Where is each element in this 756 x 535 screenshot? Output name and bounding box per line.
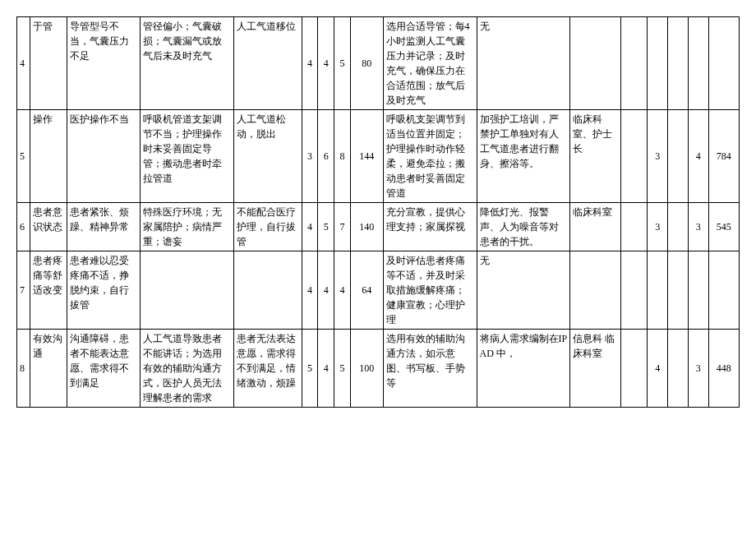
rpn2 xyxy=(708,17,739,110)
table-row: 8有效沟通沟通障碍，患者不能表达意愿、需求得不到满足人工气道导致患者不能讲话；为… xyxy=(17,330,740,408)
severity2 xyxy=(648,251,668,330)
detection2: 3 xyxy=(688,203,708,251)
rpn: 100 xyxy=(351,330,384,408)
row-index: 7 xyxy=(17,251,30,330)
potential-effect: 患者无法表达意愿，需求得不到满足，情绪激动，烦躁 xyxy=(233,330,302,408)
potential-cause: 人工气道导致患者不能讲话；为选用有效的辅助沟通方式，医护人员无法理解患者的需求 xyxy=(140,330,233,408)
row-index: 5 xyxy=(17,110,30,203)
detection2: 4 xyxy=(688,110,708,203)
rpn: 64 xyxy=(351,251,384,330)
detection2 xyxy=(688,251,708,330)
responsible-dept: 临床科室 xyxy=(570,203,621,251)
detection: 5 xyxy=(334,17,351,110)
potential-cause: 特殊医疗环境；无家属陪护；病情严重；谵妄 xyxy=(140,203,233,251)
occurrence: 6 xyxy=(318,110,334,203)
table-row: 7患者疼痛等舒适改变患者难以忍受疼痛不适，挣脱约束，自行拔管44464及时评估患… xyxy=(17,251,740,330)
occurrence: 4 xyxy=(318,17,334,110)
potential-cause: 呼吸机管道支架调节不当；护理操作时未妥善固定导管；搬动患者时牵拉管道 xyxy=(140,110,233,203)
failure-mode: 患者难以忍受疼痛不适，挣脱约束，自行拔管 xyxy=(67,251,140,330)
severity: 5 xyxy=(302,330,318,408)
severity: 4 xyxy=(302,251,318,330)
table-row: 6患者意识状态患者紧张、烦躁、精神异常特殊医疗环境；无家属陪护；病情严重；谵妄不… xyxy=(17,203,740,251)
occurrence: 5 xyxy=(318,203,334,251)
recommended-action: 及时评估患者疼痛等不适，并及时采取措施缓解疼痛；健康宣教；心理护理 xyxy=(383,251,477,330)
occurrence2 xyxy=(668,203,689,251)
category: 操作 xyxy=(30,110,67,203)
severity: 3 xyxy=(302,110,318,203)
occurrence: 4 xyxy=(318,330,334,408)
taken-measure: 无 xyxy=(477,17,570,110)
category: 有效沟通 xyxy=(30,330,67,408)
rpn: 80 xyxy=(351,17,384,110)
spacer xyxy=(621,251,648,330)
potential-effect: 人工气道移位 xyxy=(233,17,302,110)
detection2 xyxy=(688,17,708,110)
taken-measure: 降低灯光、报警声、人为噪音等对患者的干扰。 xyxy=(477,203,570,251)
row-index: 8 xyxy=(17,330,30,408)
category: 于管 xyxy=(30,17,67,110)
occurrence: 4 xyxy=(318,251,334,330)
failure-mode: 患者紧张、烦躁、精神异常 xyxy=(67,203,140,251)
failure-mode: 沟通障碍，患者不能表达意愿、需求得不到满足 xyxy=(67,330,140,408)
rpn2: 448 xyxy=(708,330,739,408)
fmea-table: 4于管导管型号不当，气囊压力不足管径偏小；气囊破损；气囊漏气或放气后未及时充气人… xyxy=(16,16,740,408)
potential-cause xyxy=(140,251,233,330)
spacer xyxy=(621,203,648,251)
recommended-action: 选用有效的辅助沟通方法，如示意图、书写板、手势等 xyxy=(383,330,477,408)
recommended-action: 呼吸机支架调节到适当位置并固定；护理操作时动作轻柔，避免牵拉；搬动患者时妥善固定… xyxy=(383,110,477,203)
potential-effect: 不能配合医疗护理，自行拔管 xyxy=(233,203,302,251)
row-index: 6 xyxy=(17,203,30,251)
responsible-dept: 信息科 临床科室 xyxy=(570,330,621,408)
rpn2: 784 xyxy=(708,110,739,203)
rpn: 140 xyxy=(351,203,384,251)
detection: 7 xyxy=(334,203,351,251)
recommended-action: 选用合适导管；每4 小时监测人工气囊压力并记录；及时充气，确保压力在合适范围；放… xyxy=(383,17,477,110)
table-row: 5操作医护操作不当呼吸机管道支架调节不当；护理操作时未妥善固定导管；搬动患者时牵… xyxy=(17,110,740,203)
severity2: 3 xyxy=(648,203,668,251)
potential-effect xyxy=(233,251,302,330)
potential-effect: 人工气道松动，脱出 xyxy=(233,110,302,203)
responsible-dept xyxy=(570,251,621,330)
failure-mode: 导管型号不当，气囊压力不足 xyxy=(67,17,140,110)
spacer xyxy=(621,110,648,203)
detection: 4 xyxy=(334,251,351,330)
rpn2 xyxy=(708,251,739,330)
rpn: 144 xyxy=(351,110,384,203)
table-row: 4于管导管型号不当，气囊压力不足管径偏小；气囊破损；气囊漏气或放气后未及时充气人… xyxy=(17,17,740,110)
taken-measure: 加强护工培训，严禁护工单独对有人工气道患者进行翻身、擦浴等。 xyxy=(477,110,570,203)
failure-mode: 医护操作不当 xyxy=(67,110,140,203)
detection2: 3 xyxy=(688,330,708,408)
category: 患者疼痛等舒适改变 xyxy=(30,251,67,330)
rpn2: 545 xyxy=(708,203,739,251)
severity: 4 xyxy=(302,17,318,110)
taken-measure: 将病人需求编制在IPAD 中， xyxy=(477,330,570,408)
spacer xyxy=(621,17,648,110)
responsible-dept xyxy=(570,17,621,110)
recommended-action: 充分宣教，提供心理支持；家属探视 xyxy=(383,203,477,251)
severity2: 3 xyxy=(648,110,668,203)
severity2 xyxy=(648,17,668,110)
occurrence2 xyxy=(668,17,689,110)
spacer xyxy=(621,330,648,408)
occurrence2 xyxy=(668,330,689,408)
row-index: 4 xyxy=(17,17,30,110)
category: 患者意识状态 xyxy=(30,203,67,251)
occurrence2 xyxy=(668,110,689,203)
detection: 5 xyxy=(334,330,351,408)
potential-cause: 管径偏小；气囊破损；气囊漏气或放气后未及时充气 xyxy=(140,17,233,110)
severity: 4 xyxy=(302,203,318,251)
detection: 8 xyxy=(334,110,351,203)
taken-measure: 无 xyxy=(477,251,570,330)
responsible-dept: 临床科室、护士长 xyxy=(570,110,621,203)
severity2: 4 xyxy=(648,330,668,408)
occurrence2 xyxy=(668,251,689,330)
